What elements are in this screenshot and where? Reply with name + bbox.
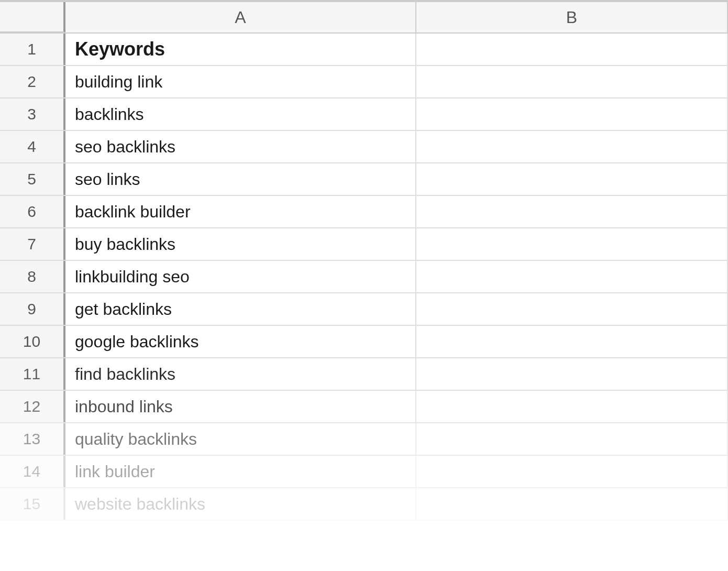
cell-a4[interactable]: seo backlinks (65, 131, 416, 162)
row-header[interactable]: 14 (0, 456, 65, 487)
table-row: 9 get backlinks (0, 293, 728, 326)
row-header[interactable]: 4 (0, 131, 65, 162)
cell-b2[interactable] (416, 66, 728, 97)
data-rows: 1 Keywords 2 building link 3 backlinks 4… (0, 34, 728, 521)
column-header-b[interactable]: B (416, 2, 728, 32)
table-row: 7 buy backlinks (0, 228, 728, 261)
cell-a11[interactable]: find backlinks (65, 358, 416, 390)
row-header[interactable]: 5 (0, 163, 65, 195)
cell-b15[interactable] (416, 488, 728, 520)
row-header[interactable]: 1 (0, 34, 65, 65)
cell-b9[interactable] (416, 293, 728, 325)
cell-b6[interactable] (416, 196, 728, 227)
row-header[interactable]: 2 (0, 66, 65, 97)
cell-b3[interactable] (416, 98, 728, 130)
cell-b1[interactable] (416, 34, 728, 65)
cell-a9[interactable]: get backlinks (65, 293, 416, 325)
row-header[interactable]: 6 (0, 196, 65, 227)
table-row: 2 building link (0, 66, 728, 98)
cell-b13[interactable] (416, 423, 728, 455)
column-header-row: A B (0, 2, 728, 34)
cell-a1[interactable]: Keywords (65, 34, 416, 65)
cell-a13[interactable]: quality backlinks (65, 423, 416, 455)
table-row: 12 inbound links (0, 391, 728, 423)
cell-a3[interactable]: backlinks (65, 98, 416, 130)
cell-a6[interactable]: backlink builder (65, 196, 416, 227)
row-header[interactable]: 7 (0, 228, 65, 260)
cell-b10[interactable] (416, 326, 728, 357)
table-row: 11 find backlinks (0, 358, 728, 391)
table-row: 15 website backlinks (0, 488, 728, 521)
cell-a7[interactable]: buy backlinks (65, 228, 416, 260)
spreadsheet: A B 1 Keywords 2 building link 3 backlin… (0, 0, 728, 571)
column-header-a[interactable]: A (65, 2, 416, 32)
row-header[interactable]: 3 (0, 98, 65, 130)
cell-a2[interactable]: building link (65, 66, 416, 97)
cell-b12[interactable] (416, 391, 728, 422)
cell-b7[interactable] (416, 228, 728, 260)
row-header[interactable]: 10 (0, 326, 65, 357)
corner-cell[interactable] (0, 2, 65, 32)
table-row: 8 linkbuilding seo (0, 261, 728, 293)
cell-a12[interactable]: inbound links (65, 391, 416, 422)
row-header[interactable]: 13 (0, 423, 65, 455)
row-header[interactable]: 15 (0, 488, 65, 520)
cell-b4[interactable] (416, 131, 728, 162)
row-header[interactable]: 11 (0, 358, 65, 390)
cell-b14[interactable] (416, 456, 728, 487)
table-row: 14 link builder (0, 456, 728, 488)
row-header[interactable]: 9 (0, 293, 65, 325)
row-header[interactable]: 12 (0, 391, 65, 422)
table-row: 10 google backlinks (0, 326, 728, 358)
cell-a10[interactable]: google backlinks (65, 326, 416, 357)
cell-a5[interactable]: seo links (65, 163, 416, 195)
cell-a14[interactable]: link builder (65, 456, 416, 487)
cell-b5[interactable] (416, 163, 728, 195)
table-row: 13 quality backlinks (0, 423, 728, 456)
table-row: 6 backlink builder (0, 196, 728, 228)
cell-b8[interactable] (416, 261, 728, 292)
cell-a8[interactable]: linkbuilding seo (65, 261, 416, 292)
cell-a15[interactable]: website backlinks (65, 488, 416, 520)
table-row: 4 seo backlinks (0, 131, 728, 163)
table-row: 5 seo links (0, 163, 728, 196)
cell-b11[interactable] (416, 358, 728, 390)
row-header[interactable]: 8 (0, 261, 65, 292)
table-row: 3 backlinks (0, 98, 728, 131)
table-row: 1 Keywords (0, 34, 728, 66)
